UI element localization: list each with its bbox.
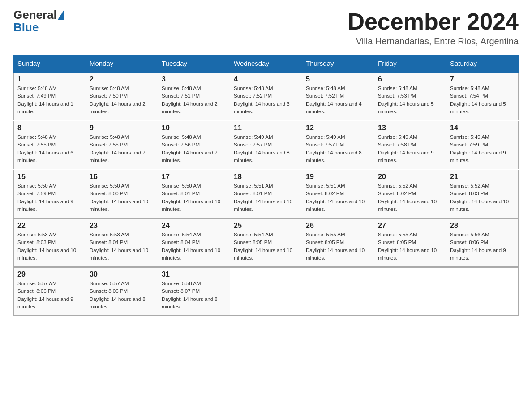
day-info: Sunrise: 5:48 AMSunset: 7:52 PMDaylight:… xyxy=(306,85,370,116)
day-info: Sunrise: 5:50 AMSunset: 7:59 PMDaylight:… xyxy=(17,182,82,213)
day-info: Sunrise: 5:54 AMSunset: 8:04 PMDaylight:… xyxy=(162,231,226,262)
calendar-cell-day-8: 8Sunrise: 5:48 AMSunset: 7:55 PMDaylight… xyxy=(14,121,86,169)
calendar-cell-day-31: 31Sunrise: 5:58 AMSunset: 8:07 PMDayligh… xyxy=(158,268,230,316)
day-number: 9 xyxy=(90,124,154,132)
day-number: 22 xyxy=(17,222,82,230)
empty-cell xyxy=(446,268,519,316)
empty-cell xyxy=(230,268,302,316)
day-info: Sunrise: 5:49 AMSunset: 7:58 PMDaylight:… xyxy=(378,133,442,164)
day-number: 15 xyxy=(17,173,82,181)
day-number: 30 xyxy=(90,270,154,278)
calendar-table: SundayMondayTuesdayWednesdayThursdayFrid… xyxy=(13,55,519,316)
day-number: 24 xyxy=(162,222,226,230)
calendar-cell-day-1: 1Sunrise: 5:48 AMSunset: 7:49 PMDaylight… xyxy=(14,72,86,120)
day-info: Sunrise: 5:48 AMSunset: 7:49 PMDaylight:… xyxy=(17,85,82,116)
weekday-header-tuesday: Tuesday xyxy=(158,55,230,73)
day-info: Sunrise: 5:48 AMSunset: 7:56 PMDaylight:… xyxy=(162,133,226,164)
calendar-cell-day-17: 17Sunrise: 5:50 AMSunset: 8:01 PMDayligh… xyxy=(158,170,230,218)
calendar-cell-day-18: 18Sunrise: 5:51 AMSunset: 8:01 PMDayligh… xyxy=(230,170,302,218)
calendar-week-row: 1Sunrise: 5:48 AMSunset: 7:49 PMDaylight… xyxy=(14,72,519,120)
day-number: 3 xyxy=(162,75,226,83)
day-number: 23 xyxy=(90,222,154,230)
day-number: 26 xyxy=(306,222,370,230)
day-info: Sunrise: 5:53 AMSunset: 8:03 PMDaylight:… xyxy=(17,231,82,262)
weekday-header-wednesday: Wednesday xyxy=(230,55,302,73)
day-number: 16 xyxy=(90,173,154,181)
day-number: 4 xyxy=(234,75,298,83)
day-number: 1 xyxy=(17,75,82,83)
day-info: Sunrise: 5:51 AMSunset: 8:01 PMDaylight:… xyxy=(234,182,298,213)
day-info: Sunrise: 5:54 AMSunset: 8:05 PMDaylight:… xyxy=(234,231,298,262)
day-number: 7 xyxy=(450,75,515,83)
page-header: General Blue December 2024 Villa Hernand… xyxy=(13,9,519,47)
calendar-cell-day-23: 23Sunrise: 5:53 AMSunset: 8:04 PMDayligh… xyxy=(86,219,158,267)
day-info: Sunrise: 5:48 AMSunset: 7:54 PMDaylight:… xyxy=(450,85,515,116)
weekday-header-monday: Monday xyxy=(86,55,158,73)
calendar-week-row: 29Sunrise: 5:57 AMSunset: 8:06 PMDayligh… xyxy=(14,268,519,316)
day-number: 25 xyxy=(234,222,298,230)
day-number: 2 xyxy=(90,75,154,83)
calendar-cell-day-28: 28Sunrise: 5:56 AMSunset: 8:06 PMDayligh… xyxy=(446,219,519,267)
day-info: Sunrise: 5:48 AMSunset: 7:50 PMDaylight:… xyxy=(90,85,154,116)
day-info: Sunrise: 5:50 AMSunset: 8:01 PMDaylight:… xyxy=(162,182,226,213)
day-info: Sunrise: 5:57 AMSunset: 8:06 PMDaylight:… xyxy=(90,280,154,311)
day-info: Sunrise: 5:48 AMSunset: 7:52 PMDaylight:… xyxy=(234,85,298,116)
day-info: Sunrise: 5:53 AMSunset: 8:04 PMDaylight:… xyxy=(90,231,154,262)
day-number: 29 xyxy=(17,270,82,278)
day-info: Sunrise: 5:49 AMSunset: 7:57 PMDaylight:… xyxy=(234,133,298,164)
logo-general-text: General xyxy=(13,9,57,21)
day-info: Sunrise: 5:58 AMSunset: 8:07 PMDaylight:… xyxy=(162,280,226,311)
calendar-cell-day-22: 22Sunrise: 5:53 AMSunset: 8:03 PMDayligh… xyxy=(14,219,86,267)
day-number: 18 xyxy=(234,173,298,181)
weekday-header-row: SundayMondayTuesdayWednesdayThursdayFrid… xyxy=(14,55,519,73)
day-info: Sunrise: 5:50 AMSunset: 8:00 PMDaylight:… xyxy=(90,182,154,213)
calendar-cell-day-12: 12Sunrise: 5:49 AMSunset: 7:57 PMDayligh… xyxy=(302,121,374,169)
calendar-cell-day-14: 14Sunrise: 5:49 AMSunset: 7:59 PMDayligh… xyxy=(446,121,519,169)
day-info: Sunrise: 5:49 AMSunset: 7:57 PMDaylight:… xyxy=(306,133,370,164)
calendar-cell-day-13: 13Sunrise: 5:49 AMSunset: 7:58 PMDayligh… xyxy=(374,121,446,169)
calendar-cell-day-16: 16Sunrise: 5:50 AMSunset: 8:00 PMDayligh… xyxy=(86,170,158,218)
calendar-cell-day-4: 4Sunrise: 5:48 AMSunset: 7:52 PMDaylight… xyxy=(230,72,302,120)
calendar-cell-day-26: 26Sunrise: 5:55 AMSunset: 8:05 PMDayligh… xyxy=(302,219,374,267)
day-number: 17 xyxy=(162,173,226,181)
day-number: 10 xyxy=(162,124,226,132)
weekday-header-saturday: Saturday xyxy=(446,55,519,73)
calendar-week-row: 22Sunrise: 5:53 AMSunset: 8:03 PMDayligh… xyxy=(14,219,519,267)
day-info: Sunrise: 5:52 AMSunset: 8:03 PMDaylight:… xyxy=(450,182,515,213)
calendar-cell-day-6: 6Sunrise: 5:48 AMSunset: 7:53 PMDaylight… xyxy=(374,72,446,120)
day-number: 31 xyxy=(162,270,226,278)
day-info: Sunrise: 5:51 AMSunset: 8:02 PMDaylight:… xyxy=(306,182,370,213)
day-number: 21 xyxy=(450,173,515,181)
day-number: 6 xyxy=(378,75,442,83)
weekday-header-sunday: Sunday xyxy=(14,55,86,73)
calendar-cell-day-27: 27Sunrise: 5:55 AMSunset: 8:05 PMDayligh… xyxy=(374,219,446,267)
day-info: Sunrise: 5:48 AMSunset: 7:53 PMDaylight:… xyxy=(378,85,442,116)
day-info: Sunrise: 5:52 AMSunset: 8:02 PMDaylight:… xyxy=(378,182,442,213)
day-number: 27 xyxy=(378,222,442,230)
empty-cell xyxy=(302,268,374,316)
day-number: 11 xyxy=(234,124,298,132)
day-info: Sunrise: 5:55 AMSunset: 8:05 PMDaylight:… xyxy=(378,231,442,262)
month-title: December 2024 xyxy=(348,9,519,34)
calendar-cell-day-3: 3Sunrise: 5:48 AMSunset: 7:51 PMDaylight… xyxy=(158,72,230,120)
day-info: Sunrise: 5:56 AMSunset: 8:06 PMDaylight:… xyxy=(450,231,515,262)
day-number: 5 xyxy=(306,75,370,83)
day-info: Sunrise: 5:48 AMSunset: 7:55 PMDaylight:… xyxy=(17,133,82,164)
day-info: Sunrise: 5:55 AMSunset: 8:05 PMDaylight:… xyxy=(306,231,370,262)
calendar-cell-day-24: 24Sunrise: 5:54 AMSunset: 8:04 PMDayligh… xyxy=(158,219,230,267)
day-info: Sunrise: 5:48 AMSunset: 7:55 PMDaylight:… xyxy=(90,133,154,164)
day-number: 28 xyxy=(450,222,515,230)
calendar-cell-day-7: 7Sunrise: 5:48 AMSunset: 7:54 PMDaylight… xyxy=(446,72,519,120)
calendar-cell-day-10: 10Sunrise: 5:48 AMSunset: 7:56 PMDayligh… xyxy=(158,121,230,169)
day-info: Sunrise: 5:57 AMSunset: 8:06 PMDaylight:… xyxy=(17,280,82,311)
calendar-cell-day-29: 29Sunrise: 5:57 AMSunset: 8:06 PMDayligh… xyxy=(14,268,86,316)
calendar-cell-day-2: 2Sunrise: 5:48 AMSunset: 7:50 PMDaylight… xyxy=(86,72,158,120)
weekday-header-thursday: Thursday xyxy=(302,55,374,73)
calendar-cell-day-5: 5Sunrise: 5:48 AMSunset: 7:52 PMDaylight… xyxy=(302,72,374,120)
calendar-cell-day-30: 30Sunrise: 5:57 AMSunset: 8:06 PMDayligh… xyxy=(86,268,158,316)
calendar-cell-day-20: 20Sunrise: 5:52 AMSunset: 8:02 PMDayligh… xyxy=(374,170,446,218)
empty-cell xyxy=(374,268,446,316)
weekday-header-friday: Friday xyxy=(374,55,446,73)
day-number: 8 xyxy=(17,124,82,132)
title-area: December 2024 Villa Hernandarias, Entre … xyxy=(348,9,519,47)
